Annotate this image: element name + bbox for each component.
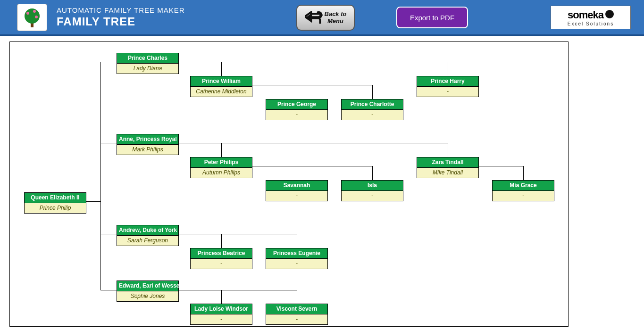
tree-box: Princess Beatrice - (190, 248, 252, 269)
tree-canvas: Queen Elizabeth II Prince Philip Prince … (9, 41, 569, 327)
tree-name: Prince Charles (117, 53, 178, 64)
tree-box: Savannah - (266, 180, 328, 201)
tree-name: Lady Loise Windsor (191, 304, 252, 314)
tree-name: Prince Charlotte (342, 99, 403, 110)
back-button-label: Back toMenu (325, 11, 347, 25)
tree-box: Edward, Earl of Wessex Sophie Jones (117, 280, 179, 302)
tree-spouse: Catherine Middleton (191, 87, 252, 97)
tree-box: Prince Charles Lady Diana (117, 53, 179, 74)
tree-box: Zara Tindall Mike Tindall (417, 157, 479, 178)
tree-box: Prince George - (266, 99, 328, 120)
tree-box: Viscont Severn - (266, 304, 328, 325)
tree-name: Andrew, Duke of York (117, 225, 178, 236)
header-titles: AUTOMATIC FAMILY TREE MAKER FAMILY TREE (57, 6, 185, 28)
svg-point-2 (26, 12, 29, 15)
tree-spouse: Sophie Jones (117, 291, 178, 301)
brand-sub: Excel Solutions (568, 21, 614, 26)
tree-spouse: Sarah Ferguson (117, 236, 178, 246)
tree-name: Edward, Earl of Wessex (117, 281, 178, 291)
tree-spouse: Mark Philips (117, 145, 178, 155)
export-button-label: Export to PDF (410, 14, 454, 22)
tree-name: Princess Beatrice (191, 248, 252, 259)
tree-box: Anne, Princess Royal Mark Philips (117, 134, 179, 155)
app-title: AUTOMATIC FAMILY TREE MAKER (57, 6, 185, 14)
tree-spouse: - (493, 191, 554, 201)
svg-point-4 (35, 16, 38, 18)
back-button[interactable]: Back toMenu (296, 5, 355, 31)
tree-name: Princess Eugenie (266, 248, 327, 259)
tree-box: Princess Eugenie - (266, 248, 328, 269)
brand-logo: someka Excel Solutions (551, 6, 631, 29)
tree-name: Queen Elizabeth II (25, 193, 86, 203)
tree-name: Prince Harry (417, 76, 478, 87)
tree-box: Lady Loise Windsor - (190, 304, 252, 325)
header-bar: AUTOMATIC FAMILY TREE MAKER FAMILY TREE … (0, 0, 644, 36)
tree-spouse: - (266, 191, 327, 201)
tree-spouse: Lady Diana (117, 64, 178, 74)
brand-main: someka (568, 9, 614, 21)
tree-box: Prince Charlotte - (341, 99, 403, 120)
tree-spouse: - (191, 259, 252, 269)
tree-name: Isla (342, 181, 403, 191)
tree-name: Mia Grace (493, 181, 554, 191)
tree-spouse: - (266, 259, 327, 269)
tree-box: Prince Harry - (417, 76, 479, 97)
export-button[interactable]: Export to PDF (396, 7, 468, 28)
tree-name: Zara Tindall (417, 157, 478, 168)
brand-circle-icon (605, 10, 614, 18)
tree-box-root: Queen Elizabeth II Prince Philip (24, 192, 86, 214)
tree-box: Prince William Catherine Middleton (190, 76, 252, 97)
tree-box: Mia Grace - (492, 180, 554, 201)
tree-box: Andrew, Duke of York Sarah Ferguson (117, 225, 179, 246)
tree-spouse: - (266, 110, 327, 120)
tree-name: Anne, Princess Royal (117, 134, 178, 145)
back-arrow-icon (305, 11, 323, 25)
tree-name: Peter Philips (191, 157, 252, 168)
tree-spouse: - (342, 110, 403, 120)
tree-spouse: Prince Philip (25, 203, 86, 213)
page-title: FAMILY TREE (57, 15, 185, 28)
tree-box: Isla - (341, 180, 403, 201)
tree-name: Prince George (266, 99, 327, 110)
tree-box: Peter Philips Autumn Philips (190, 157, 252, 178)
svg-point-3 (33, 10, 36, 13)
tree-spouse: Autumn Philips (191, 168, 252, 178)
tree-spouse: - (266, 314, 327, 324)
tree-spouse: - (191, 314, 252, 324)
tree-spouse: - (342, 191, 403, 201)
tree-name: Prince William (191, 76, 252, 87)
tree-name: Savannah (266, 181, 327, 191)
tree-icon (17, 4, 47, 31)
tree-spouse: Mike Tindall (417, 168, 478, 178)
tree-name: Viscont Severn (266, 304, 327, 314)
tree-spouse: - (417, 87, 478, 97)
